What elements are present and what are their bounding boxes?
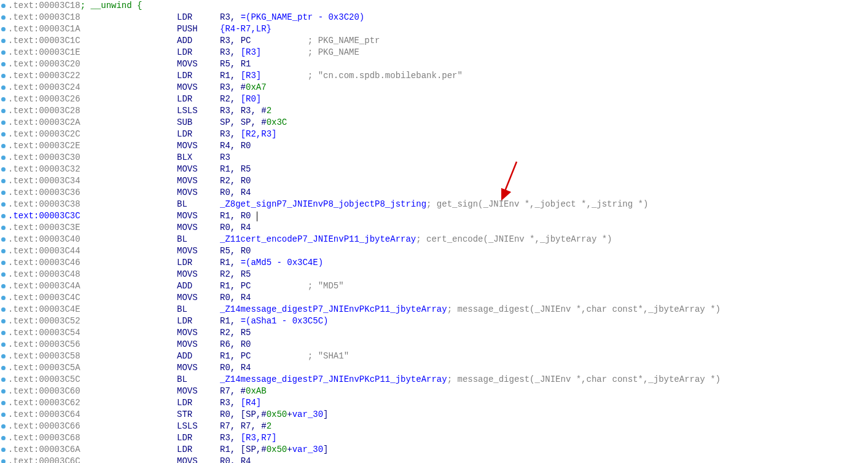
asm-line[interactable]: .text:00003C52LDRR1, =(aSha1 - 0x3C5C) — [0, 315, 868, 327]
asm-line[interactable]: .text:00003C36MOVSR0, R4 — [0, 187, 868, 199]
breakpoint-dot[interactable] — [1, 389, 6, 394]
breakpoint-dot[interactable] — [1, 319, 6, 323]
operands: _Z11cert_encodeP7_JNIEnvP11_jbyteArray — [220, 234, 416, 245]
asm-line[interactable]: .text:00003C1ELDRR3, [R3] ; PKG_NAME — [0, 47, 868, 58]
breakpoint-dot[interactable] — [1, 237, 6, 242]
breakpoint-dot[interactable] — [1, 261, 6, 265]
asm-line[interactable]: .text:00003C4CMOVSR0, R4 — [0, 292, 868, 304]
breakpoint-dot[interactable] — [1, 109, 6, 113]
address-label: .text:00003C2A — [8, 117, 177, 129]
address-label: .text:00003C3E — [8, 222, 177, 234]
mnemonic: MOVS — [177, 327, 220, 339]
operands: R3, PC — [220, 35, 251, 47]
asm-line[interactable]: .text:00003C64STRR0, [SP,#0x50+var_30] — [0, 409, 868, 421]
breakpoint-dot[interactable] — [1, 179, 6, 183]
asm-line[interactable]: .text:00003C2CLDRR3, [R2,R3] — [0, 129, 868, 140]
operands: R2, R0 — [220, 175, 251, 187]
asm-line[interactable]: .text:00003C48MOVSR2, R5 — [0, 269, 868, 280]
asm-line[interactable]: .text:00003C44MOVSR5, R0 — [0, 245, 868, 257]
breakpoint-dot[interactable] — [1, 202, 6, 207]
breakpoint-dot[interactable] — [1, 378, 6, 382]
breakpoint-dot[interactable] — [1, 366, 6, 370]
breakpoint-dot[interactable] — [1, 74, 6, 78]
asm-line[interactable]: .text:00003C1APUSH{R4-R7,LR} — [0, 23, 868, 35]
operands: R1, R5 — [220, 164, 251, 175]
asm-line[interactable]: .text:00003C56MOVSR6, R0 — [0, 339, 868, 350]
breakpoint-dot[interactable] — [1, 144, 6, 148]
breakpoint-dot[interactable] — [1, 249, 6, 253]
breakpoint-dot[interactable] — [1, 4, 6, 8]
breakpoint-dot[interactable] — [1, 85, 6, 90]
asm-line[interactable]: .text:00003C5AMOVSR0, R4 — [0, 362, 868, 374]
asm-line[interactable]: .text:00003C62LDRR3, [R4] — [0, 397, 868, 409]
asm-line[interactable]: .text:00003C18 ; __unwind { — [0, 0, 868, 12]
breakpoint-dot[interactable] — [1, 62, 6, 66]
breakpoint-dot[interactable] — [1, 424, 6, 429]
asm-line[interactable]: .text:00003C34MOVSR2, R0 — [0, 175, 868, 187]
address-label: .text:00003C62 — [8, 397, 177, 409]
breakpoint-dot[interactable] — [1, 436, 6, 440]
asm-line[interactable]: .text:00003C3CMOVSR1, R0 — [0, 210, 868, 222]
mnemonic: LDR — [177, 397, 220, 409]
breakpoint-dot[interactable] — [1, 307, 6, 312]
address-label: .text:00003C2E — [8, 140, 177, 152]
asm-line[interactable]: .text:00003C60MOVSR7, #0xAB — [0, 386, 868, 397]
asm-line[interactable]: .text:00003C40BL_Z11cert_encodeP7_JNIEnv… — [0, 234, 868, 245]
asm-line[interactable]: .text:00003C66LSLSR7, R7, #2 — [0, 421, 868, 432]
address-label: .text:00003C64 — [8, 409, 177, 421]
breakpoint-dot[interactable] — [1, 15, 6, 20]
address-label: .text:00003C6A — [8, 444, 177, 456]
asm-line[interactable]: .text:00003C6CMOVSR0, R4 — [0, 456, 868, 463]
mnemonic: LDR — [177, 432, 220, 444]
disassembly-listing[interactable]: .text:00003C18 ; __unwind {.text:00003C1… — [0, 0, 868, 463]
breakpoint-dot[interactable] — [1, 156, 6, 160]
asm-line[interactable]: .text:00003C58ADDR1, PC ; "SHA1" — [0, 350, 868, 362]
asm-line[interactable]: .text:00003C30BLXR3 — [0, 152, 868, 164]
breakpoint-dot[interactable] — [1, 401, 6, 405]
breakpoint-dot[interactable] — [1, 27, 6, 31]
breakpoint-dot[interactable] — [1, 296, 6, 300]
asm-line[interactable]: .text:00003C54MOVSR2, R5 — [0, 327, 868, 339]
asm-line[interactable]: .text:00003C3EMOVSR0, R4 — [0, 222, 868, 234]
asm-line[interactable]: .text:00003C18LDRR3, =(PKG_NAME_ptr - 0x… — [0, 12, 868, 23]
breakpoint-dot[interactable] — [1, 121, 6, 125]
breakpoint-dot[interactable] — [1, 331, 6, 335]
operands: R3, =(PKG_NAME_ptr - 0x3C20) — [220, 12, 364, 23]
breakpoint-dot[interactable] — [1, 342, 6, 347]
breakpoint-dot[interactable] — [1, 191, 6, 195]
breakpoint-dot[interactable] — [1, 97, 6, 101]
asm-line[interactable]: .text:00003C68LDRR3, [R3,R7] — [0, 432, 868, 444]
breakpoint-dot[interactable] — [1, 132, 6, 137]
breakpoint-dot[interactable] — [1, 448, 6, 452]
asm-line[interactable]: .text:00003C38BL_Z8get_signP7_JNIEnvP8_j… — [0, 199, 868, 210]
asm-line[interactable]: .text:00003C2ASUBSP, SP, #0x3C — [0, 117, 868, 129]
breakpoint-dot[interactable] — [1, 272, 6, 277]
asm-line[interactable]: .text:00003C32MOVSR1, R5 — [0, 164, 868, 175]
asm-line[interactable]: .text:00003C4AADDR1, PC ; "MD5" — [0, 280, 868, 292]
comment: ; PKG_NAME — [261, 47, 359, 58]
asm-line[interactable]: .text:00003C4EBL_Z14message_digestP7_JNI… — [0, 304, 868, 315]
breakpoint-dot[interactable] — [1, 39, 6, 43]
asm-line[interactable]: .text:00003C20MOVSR5, R1 — [0, 58, 868, 70]
address-label: .text:00003C44 — [8, 245, 177, 257]
asm-line[interactable]: .text:00003C1CADDR3, PC ; PKG_NAME_ptr — [0, 35, 868, 47]
asm-line[interactable]: .text:00003C24MOVSR3, #0xA7 — [0, 82, 868, 93]
mnemonic: MOVS — [177, 362, 220, 374]
breakpoint-dot[interactable] — [1, 354, 6, 358]
operands: R6, R0 — [220, 339, 251, 350]
operands: R0, R4 — [220, 456, 251, 463]
breakpoint-dot[interactable] — [1, 214, 6, 218]
breakpoint-dot[interactable] — [1, 459, 6, 463]
asm-line[interactable]: .text:00003C26LDRR2, [R0] — [0, 93, 868, 105]
breakpoint-dot[interactable] — [1, 167, 6, 172]
asm-line[interactable]: .text:00003C28LSLSR3, R3, #2 — [0, 105, 868, 117]
asm-line[interactable]: .text:00003C2EMOVSR4, R0 — [0, 140, 868, 152]
breakpoint-dot[interactable] — [1, 413, 6, 417]
breakpoint-dot[interactable] — [1, 50, 6, 55]
breakpoint-dot[interactable] — [1, 284, 6, 288]
asm-line[interactable]: .text:00003C6ALDRR1, [SP,#0x50+var_30] — [0, 444, 868, 456]
asm-line[interactable]: .text:00003C5CBL_Z14message_digestP7_JNI… — [0, 374, 868, 386]
breakpoint-dot[interactable] — [1, 226, 6, 230]
asm-line[interactable]: .text:00003C46LDRR1, =(aMd5 - 0x3C4E) — [0, 257, 868, 269]
asm-line[interactable]: .text:00003C22LDRR1, [R3] ; "cn.com.spdb… — [0, 70, 868, 82]
